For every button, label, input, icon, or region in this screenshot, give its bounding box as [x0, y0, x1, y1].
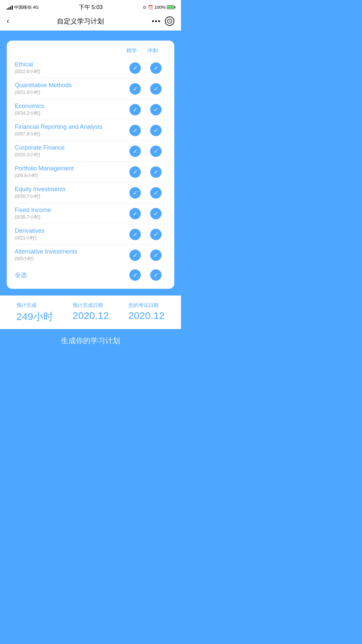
- subject-row[interactable]: Portfolio Management (0/9.9小时) ✓ ✓: [15, 162, 166, 182]
- checkmark-chongci-9: ✓: [150, 250, 162, 261]
- page-title: 自定义学习计划: [57, 17, 104, 26]
- check-chongci-8[interactable]: ✓: [145, 229, 166, 240]
- subject-row[interactable]: Quantitative Methods (0/21.8小时) ✓ ✓: [15, 78, 166, 99]
- subject-name-6: Equity Investments: [15, 186, 125, 193]
- check-jingxue-2[interactable]: ✓: [125, 104, 145, 115]
- signal-icon: [7, 5, 13, 10]
- select-all-check-1[interactable]: ✓: [125, 269, 145, 281]
- check-chongci-2[interactable]: ✓: [145, 104, 166, 115]
- header: ‹ 自定义学习计划 ••• ⊙: [0, 13, 181, 31]
- subject-checks-9: ✓ ✓: [125, 250, 166, 261]
- subject-info-6: Equity Investments (0/20.7小时): [15, 186, 125, 200]
- stat-estimated-hours: 预计完成 249小时: [16, 302, 53, 324]
- header-right: ••• ⊙: [152, 16, 174, 26]
- stat-value-2: 2020.12: [73, 310, 109, 321]
- subject-hours-3: (0/57.8小时): [15, 131, 125, 137]
- checkmark-chongci-4: ✓: [150, 146, 162, 157]
- blue-band-top: [0, 31, 181, 41]
- back-button[interactable]: ‹: [7, 17, 9, 25]
- check-jingxue-3[interactable]: ✓: [125, 125, 145, 136]
- stat-label-3: 您的考试日期: [128, 302, 165, 309]
- record-button[interactable]: ⊙: [165, 16, 174, 26]
- subject-checks-6: ✓ ✓: [125, 187, 166, 199]
- check-jingxue-0[interactable]: ✓: [125, 62, 145, 74]
- checkmark-jingxue-9: ✓: [129, 250, 141, 261]
- check-chongci-0[interactable]: ✓: [145, 62, 166, 74]
- select-all-check-2[interactable]: ✓: [145, 269, 166, 281]
- checkmark-chongci-0: ✓: [150, 62, 162, 74]
- battery-icon: [167, 5, 174, 9]
- status-left: 中国移动 4G: [7, 4, 39, 10]
- checkmark-chongci-6: ✓: [150, 187, 162, 199]
- subject-checks-5: ✓ ✓: [125, 166, 166, 178]
- subject-info-7: Fixed Income (0/35.7小时): [15, 207, 125, 220]
- checkmark-chongci-8: ✓: [150, 229, 162, 240]
- subject-row[interactable]: Alternative Investments (0/5小时) ✓ ✓: [15, 245, 166, 265]
- time-label: 下午 5:03: [79, 3, 103, 11]
- check-jingxue-7[interactable]: ✓: [125, 208, 145, 219]
- check-jingxue-8[interactable]: ✓: [125, 229, 145, 240]
- subject-checks-4: ✓ ✓: [125, 146, 166, 157]
- subject-row[interactable]: Equity Investments (0/20.7小时) ✓ ✓: [15, 182, 166, 203]
- checkmark-jingxue-1: ✓: [129, 83, 141, 95]
- checkmark-jingxue-2: ✓: [129, 104, 141, 115]
- subject-info-3: Financial Reporting and Analysis (0/57.8…: [15, 123, 125, 137]
- subject-name-1: Quantitative Methods: [15, 82, 125, 89]
- select-all-checkmark-2: ✓: [150, 269, 162, 281]
- more-button[interactable]: •••: [152, 17, 161, 25]
- stat-label-2: 预计完成日期: [73, 302, 109, 309]
- subject-hours-1: (0/21.8小时): [15, 90, 125, 96]
- check-chongci-3[interactable]: ✓: [145, 125, 166, 136]
- subject-row[interactable]: Ethical (0/22.6小时) ✓ ✓: [15, 58, 166, 78]
- check-chongci-1[interactable]: ✓: [145, 83, 166, 95]
- subject-hours-5: (0/9.9小时): [15, 173, 125, 179]
- select-all-label: 全选: [15, 271, 27, 279]
- check-chongci-9[interactable]: ✓: [145, 250, 166, 261]
- check-jingxue-5[interactable]: ✓: [125, 166, 145, 178]
- subject-row[interactable]: Corporate Finance (0/20.3小时) ✓ ✓: [15, 141, 166, 162]
- check-jingxue-1[interactable]: ✓: [125, 83, 145, 95]
- checkmark-chongci-3: ✓: [150, 125, 162, 136]
- subject-row[interactable]: Financial Reporting and Analysis (0/57.8…: [15, 120, 166, 141]
- subject-info-9: Alternative Investments (0/5小时): [15, 248, 125, 262]
- stat-exam-date: 您的考试日期 2020.12: [128, 302, 165, 321]
- subject-row[interactable]: Derivatives (0/21小时) ✓ ✓: [15, 224, 166, 245]
- check-chongci-5[interactable]: ✓: [145, 166, 166, 178]
- subjects-list: Ethical (0/22.6小时) ✓ ✓ Quantitative Meth…: [15, 58, 166, 265]
- checkmark-jingxue-0: ✓: [129, 62, 141, 74]
- status-right: ⊙ ⏰ 100%: [143, 5, 174, 10]
- subject-hours-8: (0/21小时): [15, 235, 125, 241]
- subject-checks-2: ✓ ✓: [125, 104, 166, 115]
- battery-percent: 100%: [155, 5, 166, 10]
- subject-hours-4: (0/20.3小时): [15, 152, 125, 158]
- carrier-label: 中国移动: [14, 4, 32, 10]
- subject-name-9: Alternative Investments: [15, 248, 125, 255]
- status-bar: 中国移动 4G 下午 5:03 ⊙ ⏰ 100%: [0, 0, 181, 13]
- check-jingxue-6[interactable]: ✓: [125, 187, 145, 199]
- checkmark-jingxue-3: ✓: [129, 125, 141, 136]
- check-jingxue-4[interactable]: ✓: [125, 146, 145, 157]
- subject-info-4: Corporate Finance (0/20.3小时): [15, 144, 125, 158]
- generate-button[interactable]: 生成你的学习计划: [7, 329, 174, 353]
- check-jingxue-9[interactable]: ✓: [125, 250, 145, 261]
- blue-band-bottom: [0, 289, 181, 296]
- stat-value-1: 249小时: [16, 310, 53, 324]
- subject-row[interactable]: Economics (0/34.2小时) ✓ ✓: [15, 99, 166, 120]
- checkmark-jingxue-6: ✓: [129, 187, 141, 199]
- subject-info-5: Portfolio Management (0/9.9小时): [15, 165, 125, 179]
- subject-name-4: Corporate Finance: [15, 144, 125, 151]
- checkmark-jingxue-4: ✓: [129, 146, 141, 157]
- subject-checks-0: ✓ ✓: [125, 62, 166, 74]
- alarm-icon: ⏰: [148, 5, 153, 10]
- subject-row[interactable]: Fixed Income (0/35.7小时) ✓ ✓: [15, 203, 166, 224]
- subject-name-7: Fixed Income: [15, 207, 125, 214]
- subject-name-0: Ethical: [15, 61, 125, 68]
- main-card: 精学 冲刺 Ethical (0/22.6小时) ✓ ✓ Quantitativ…: [7, 41, 174, 289]
- check-chongci-6[interactable]: ✓: [145, 187, 166, 199]
- check-chongci-7[interactable]: ✓: [145, 208, 166, 219]
- select-all-row[interactable]: 全选 ✓ ✓: [15, 265, 166, 282]
- check-chongci-4[interactable]: ✓: [145, 146, 166, 157]
- subject-checks-8: ✓ ✓: [125, 229, 166, 240]
- checkmark-chongci-5: ✓: [150, 166, 162, 178]
- table-header: 精学 冲刺: [15, 47, 166, 54]
